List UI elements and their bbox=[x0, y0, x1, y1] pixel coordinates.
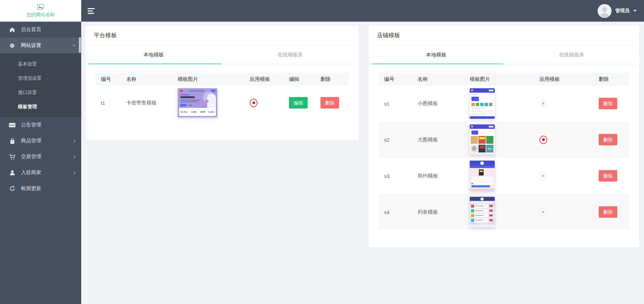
column-header-apply: 应用模板 bbox=[248, 73, 288, 86]
template-name: 大图模板 bbox=[416, 122, 468, 158]
shop-templates-panel: 店铺模板 本地模板 在线模板库 编号 名称 模板图片 应用模板 删除 s1 小图… bbox=[369, 25, 639, 248]
site-logo[interactable]: 您的网站名称 bbox=[0, 0, 81, 22]
column-header-delete: 删除 bbox=[597, 73, 629, 86]
sidebar-item-label: 交易管理 bbox=[21, 154, 41, 160]
menu-toggle-icon[interactable] bbox=[88, 7, 96, 15]
delete-button[interactable]: 删除 bbox=[599, 98, 617, 109]
sidebar-subitem-admin-settings[interactable]: 管理员设置 bbox=[0, 71, 81, 85]
home-icon bbox=[8, 27, 16, 33]
shop-tabs: 本地模板 在线模板库 bbox=[369, 46, 639, 64]
top-bar: 管理员 bbox=[81, 0, 644, 22]
template-preview-image bbox=[470, 197, 495, 227]
chevron-right-icon bbox=[73, 139, 76, 143]
template-name: 列表模板 bbox=[416, 194, 468, 230]
column-header-name: 名称 bbox=[125, 73, 176, 86]
chevron-right-icon bbox=[73, 155, 76, 159]
sidebar-item-label: 公告管理 bbox=[21, 122, 41, 128]
panel-title: 平台模板 bbox=[85, 25, 359, 46]
table-row: s3 简约模板 删除 bbox=[379, 158, 629, 194]
tab-online-template-library[interactable]: 在线模板库 bbox=[504, 46, 639, 64]
user-menu[interactable]: 管理员 bbox=[598, 4, 637, 18]
sidebar-item-products[interactable]: 商品管理 bbox=[0, 133, 81, 149]
platform-template-table: 编号 名称 模板图片 应用模板 编辑 删除 t1 卡密寄售模板 bbox=[95, 73, 349, 120]
column-header-id: 编号 bbox=[95, 73, 125, 86]
template-preview-image bbox=[470, 161, 495, 191]
table-row: s2 大图模板 SEO 删除 bbox=[379, 122, 629, 158]
delete-button[interactable]: 删除 bbox=[599, 170, 617, 182]
avatar[interactable] bbox=[598, 4, 612, 18]
chevron-right-icon bbox=[73, 171, 76, 174]
apply-template-radio[interactable] bbox=[539, 136, 547, 144]
column-header-apply: 应用模板 bbox=[538, 73, 597, 86]
gear-icon bbox=[8, 43, 16, 49]
column-header-delete: 删除 bbox=[319, 73, 349, 86]
column-header-name: 名称 bbox=[416, 73, 468, 86]
tab-local-templates[interactable]: 本地模板 bbox=[85, 46, 222, 64]
sidebar-item-label: 商品管理 bbox=[21, 138, 41, 144]
template-preview-image bbox=[470, 88, 495, 119]
bag-icon bbox=[8, 138, 16, 144]
template-id: t1 bbox=[95, 86, 125, 120]
table-row: s4 列表模板 删除 bbox=[379, 194, 629, 230]
sidebar-item-site-settings[interactable]: 网站设置 bbox=[0, 38, 81, 53]
delete-button[interactable]: 删除 bbox=[320, 97, 339, 109]
column-header-image: 模板图片 bbox=[176, 73, 248, 86]
shop-template-table: 编号 名称 模板图片 应用模板 删除 s1 小图模板 bbox=[379, 73, 629, 230]
template-id: s3 bbox=[379, 158, 416, 194]
table-row: s1 小图模板 删除 bbox=[379, 86, 629, 122]
sidebar-scrollbar-thumb[interactable] bbox=[79, 37, 81, 53]
sidebar-subitem-basic-settings[interactable]: 基本设置 bbox=[0, 57, 81, 71]
svg-text:NEW: NEW bbox=[9, 124, 15, 126]
table-header-row: 编号 名称 模板图片 应用模板 编辑 删除 bbox=[95, 73, 349, 86]
apply-template-radio[interactable] bbox=[250, 99, 258, 107]
chevron-down-icon bbox=[633, 10, 637, 12]
sidebar-item-merchants[interactable]: 入驻商家 bbox=[0, 165, 81, 181]
apply-template-radio[interactable] bbox=[539, 172, 547, 180]
template-name: 卡密寄售模板 bbox=[125, 86, 176, 120]
table-row: t1 卡密寄售模板 31,421+ 1,228+ 339天 5,126+ bbox=[95, 86, 349, 120]
table-header-row: 编号 名称 模板图片 应用模板 删除 bbox=[379, 73, 629, 86]
site-settings-submenu: 基本设置 管理员设置 接口设置 模板管理 bbox=[0, 53, 81, 117]
delete-button[interactable]: 删除 bbox=[599, 134, 617, 145]
apply-template-radio[interactable] bbox=[539, 100, 547, 107]
sidebar-item-check-update[interactable]: 检测更新 bbox=[0, 181, 81, 196]
username: 管理员 bbox=[615, 8, 629, 14]
sidebar: 后台首页 网站设置 基本设置 管理员设置 接口设置 模板管理 NEW 公告管理 bbox=[0, 22, 81, 304]
sidebar-item-transactions[interactable]: 交易管理 bbox=[0, 149, 81, 165]
user-icon bbox=[8, 170, 16, 176]
chevron-down-icon bbox=[72, 44, 76, 47]
sidebar-item-label: 网站设置 bbox=[21, 42, 41, 49]
template-preview-image: 31,421+ 1,228+ 339天 5,126+ bbox=[178, 88, 217, 117]
refresh-icon bbox=[8, 186, 16, 191]
template-preview-image: SEO bbox=[470, 124, 495, 155]
column-header-edit: 编辑 bbox=[288, 73, 319, 86]
template-id: s2 bbox=[379, 122, 416, 158]
column-header-image: 模板图片 bbox=[468, 73, 538, 86]
apply-template-radio[interactable] bbox=[539, 208, 547, 216]
delete-button[interactable]: 删除 bbox=[599, 206, 617, 218]
cart-icon bbox=[8, 154, 16, 160]
platform-tabs: 本地模板 在线模板库 bbox=[85, 46, 359, 64]
template-id: s1 bbox=[379, 86, 416, 122]
broken-image-icon bbox=[37, 4, 44, 11]
sidebar-item-announcements[interactable]: NEW 公告管理 bbox=[0, 117, 81, 133]
edit-button[interactable]: 编辑 bbox=[289, 97, 308, 109]
template-name: 简约模板 bbox=[416, 158, 468, 194]
sidebar-item-dashboard[interactable]: 后台首页 bbox=[0, 22, 81, 38]
panel-title: 店铺模板 bbox=[369, 25, 639, 46]
site-name: 您的网站名称 bbox=[26, 12, 55, 18]
tab-online-template-library[interactable]: 在线模板库 bbox=[222, 46, 359, 64]
tab-local-templates[interactable]: 本地模板 bbox=[369, 46, 504, 64]
sidebar-subitem-template-management[interactable]: 模板管理 bbox=[0, 99, 81, 114]
platform-templates-panel: 平台模板 本地模板 在线模板库 编号 名称 模板图片 应用模板 编辑 删除 t1… bbox=[85, 25, 359, 141]
template-name: 小图模板 bbox=[416, 86, 468, 122]
sidebar-item-label: 后台首页 bbox=[21, 26, 41, 33]
new-badge-icon: NEW bbox=[8, 123, 16, 127]
sidebar-subitem-api-settings[interactable]: 接口设置 bbox=[0, 85, 81, 99]
column-header-id: 编号 bbox=[379, 73, 416, 86]
template-id: s4 bbox=[379, 194, 416, 230]
sidebar-item-label: 入驻商家 bbox=[21, 169, 41, 176]
sidebar-item-label: 检测更新 bbox=[21, 185, 41, 192]
